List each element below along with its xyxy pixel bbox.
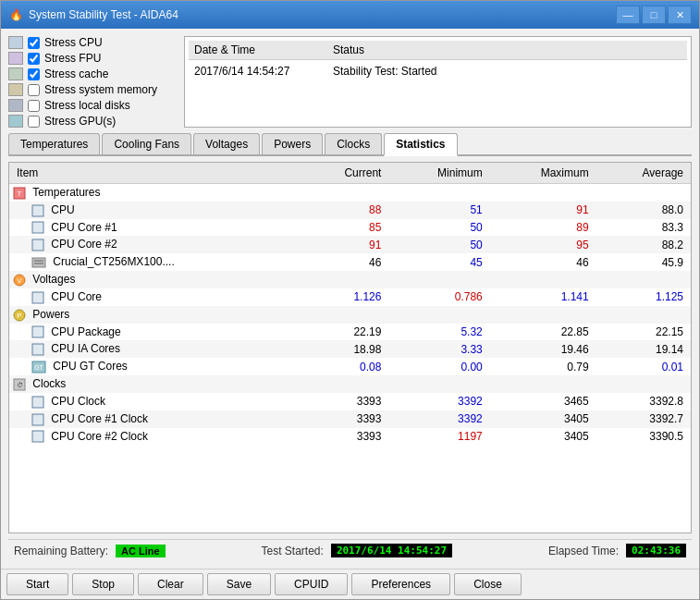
cpu-core1-temp-label: CPU Core #1 [51,221,117,234]
clear-button[interactable]: Clear [138,573,203,595]
cpu-clk-label: CPU Clock [51,395,105,408]
tab-cooling-fans[interactable]: Cooling Fans [102,133,191,154]
content-area: Stress CPU Stress FPU Stress cache Stres… [1,29,699,569]
voltages-section-icon: V [13,274,26,287]
cpu-gt-pwr-average: 0.01 [596,358,691,375]
stress-fpu-checkbox[interactable] [28,53,40,65]
minimize-button[interactable]: — [616,6,640,24]
svg-rect-10 [32,292,43,303]
bottom-buttons: Start Stop Clear Save CPUID Preferences … [1,569,699,599]
cpu-gt-pwr-current: 0.08 [301,358,389,375]
cpu-clk-current: 3393 [301,393,389,410]
svg-rect-20 [32,414,43,425]
cpu-core1-clk-label: CPU Core #1 Clock [51,412,148,425]
cpu-temp-label: CPU [51,203,74,216]
stress-cpu-checkbox[interactable] [28,37,40,49]
save-button[interactable]: Save [207,573,271,595]
cpu-core2-clk-label: CPU Core #2 Clock [51,430,148,443]
test-started-label: Test Started: [262,545,324,557]
svg-rect-19 [32,397,43,408]
stress-fpu-row: Stress FPU [8,52,175,65]
ssd-temp-label: Crucial_CT256MX100.... [53,255,174,268]
cpu-ia-pwr-average: 19.14 [596,340,691,358]
svg-rect-2 [32,205,43,216]
elapsed-time-label: Elapsed Time: [548,545,619,557]
cpu-core2-temp-minimum: 50 [388,236,489,253]
cpu-ia-pwr-minimum: 3.33 [388,340,489,358]
statistics-table-wrapper: Item Current Minimum Maximum Average T [8,162,692,533]
table-row: CPU Core #1 Clock 3393 3392 3405 3392.7 [9,410,691,428]
stress-memory-row: Stress system memory [8,83,175,96]
svg-rect-13 [32,326,43,337]
tabs-bar: Temperatures Cooling Fans Voltages Power… [8,133,692,156]
cpu-clk-minimum: 3392 [388,393,489,410]
ssd-temp-average: 45.9 [596,253,691,271]
stop-button[interactable]: Stop [72,573,134,595]
tab-temperatures[interactable]: Temperatures [8,133,100,154]
cpu-gt-pwr-maximum: 0.79 [490,358,596,375]
cpu-core2-temp-current: 91 [301,236,389,253]
section-voltages: V Voltages [9,271,691,288]
stress-cpu-row: Stress CPU [8,36,175,49]
cpu-core2-clk-maximum: 3405 [490,428,596,446]
statistics-table: Item Current Minimum Maximum Average T [9,163,691,445]
cpu-temp-minimum: 51 [388,202,489,219]
col-current: Current [301,163,389,184]
stress-disks-label: Stress local disks [44,99,130,112]
disk-icon [8,99,23,112]
title-bar-icon: 🔥 [8,7,23,22]
tab-clocks[interactable]: Clocks [325,133,382,154]
ssd-temp-icon [31,256,46,269]
stress-gpu-row: Stress GPU(s) [8,115,175,128]
preferences-button[interactable]: Preferences [351,573,450,595]
log-header: Date & Time Status [189,41,687,60]
table-row: CPU Core #2 91 50 95 88.2 [9,236,691,253]
powers-section-icon: P [13,309,26,322]
cpu-ia-pwr-icon [31,343,44,356]
cpu-ia-pwr-maximum: 19.46 [490,340,596,358]
cpu-clk-icon [31,396,44,409]
stress-disks-checkbox[interactable] [28,100,40,112]
main-window: 🔥 System Stability Test - AIDA64 — □ ✕ S… [0,0,700,600]
cpu-core1-clk-current: 3393 [301,410,389,428]
temperatures-section-icon: T [13,187,26,200]
svg-rect-5 [32,258,45,267]
stress-cache-row: Stress cache [8,67,175,80]
close-window-button[interactable]: ✕ [668,6,692,24]
cpu-pkg-pwr-label: CPU Package [51,325,120,338]
stress-cache-checkbox[interactable] [28,68,40,80]
col-minimum: Minimum [388,163,489,184]
stress-gpu-checkbox[interactable] [28,116,40,128]
tab-voltages[interactable]: Voltages [193,133,260,154]
cpuid-button[interactable]: CPUID [275,573,348,595]
tab-statistics[interactable]: Statistics [384,133,457,156]
cpu-core2-temp-maximum: 95 [490,236,596,253]
stress-fpu-label: Stress FPU [44,52,101,65]
clocks-section-icon: ⏱ [13,378,26,391]
cpu-gt-pwr-icon: GT [31,361,46,373]
cpu-core2-clk-minimum: 1197 [388,428,489,446]
section-temperatures-label: Temperatures [32,186,100,199]
table-row: CPU Clock 3393 3392 3465 3392.8 [9,393,691,410]
cpu-clk-maximum: 3465 [490,393,596,410]
cpu-ia-pwr-label: CPU IA Cores [51,342,120,355]
cpu-core1-temp-icon [31,221,44,234]
tab-powers[interactable]: Powers [262,133,323,154]
section-powers-label: Powers [32,308,69,321]
start-button[interactable]: Start [6,573,68,595]
cpu-core-volt-minimum: 0.786 [388,288,489,306]
col-average: Average [596,163,691,184]
log-panel: Date & Time Status 2017/6/14 14:54:27 St… [184,36,692,128]
close-button[interactable]: Close [454,573,522,595]
cpu-core1-clk-maximum: 3405 [490,410,596,428]
title-bar-text: System Stability Test - AIDA64 [29,8,616,21]
maximize-button[interactable]: □ [642,6,666,24]
stress-memory-label: Stress system memory [44,83,157,96]
gpu-icon [8,115,23,128]
remaining-battery-value: AC Line [116,545,166,557]
stress-memory-checkbox[interactable] [28,84,40,96]
cpu-core1-temp-current: 85 [301,219,389,237]
log-datetime: 2017/6/14 14:54:27 [194,65,333,78]
table-row: Crucial_CT256MX100.... 46 45 46 45.9 [9,253,691,271]
stress-options: Stress CPU Stress FPU Stress cache Stres… [8,36,175,128]
